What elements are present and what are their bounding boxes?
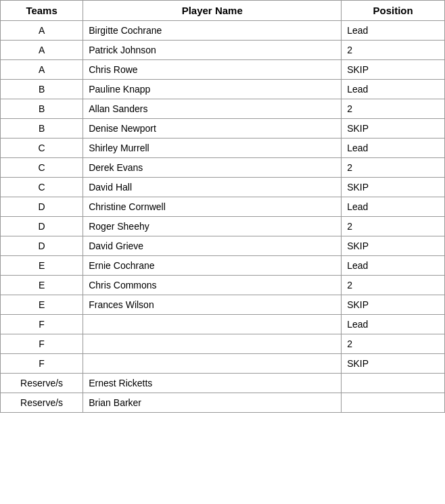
team-cell: E bbox=[1, 256, 83, 276]
table-row: Reserve/sErnest Ricketts bbox=[1, 374, 445, 393]
position-cell: SKIP bbox=[342, 178, 445, 197]
player-cell bbox=[83, 315, 342, 334]
table-row: EChris Commons2 bbox=[1, 276, 445, 295]
team-cell: A bbox=[1, 41, 83, 60]
position-cell: SKIP bbox=[342, 236, 445, 256]
team-cell: B bbox=[1, 99, 83, 119]
player-cell: Ernest Ricketts bbox=[83, 374, 342, 393]
player-cell: Derek Evans bbox=[83, 158, 342, 178]
team-cell: A bbox=[1, 21, 83, 41]
player-cell: Frances Wilson bbox=[83, 295, 342, 315]
team-cell: B bbox=[1, 80, 83, 99]
position-cell: SKIP bbox=[342, 354, 445, 374]
table-row: APatrick Johnson2 bbox=[1, 41, 445, 60]
table-row: EFrances WilsonSKIP bbox=[1, 295, 445, 315]
table-row: DRoger Sheehy2 bbox=[1, 217, 445, 236]
position-cell: SKIP bbox=[342, 119, 445, 138]
position-cell: SKIP bbox=[342, 60, 445, 80]
table-row: BDenise NewportSKIP bbox=[1, 119, 445, 138]
team-cell: E bbox=[1, 276, 83, 295]
header-row: Teams Player Name Position bbox=[1, 1, 445, 21]
player-cell: Ernie Cochrane bbox=[83, 256, 342, 276]
table-row: FLead bbox=[1, 315, 445, 334]
position-cell bbox=[342, 374, 445, 393]
team-cell: D bbox=[1, 236, 83, 256]
player-cell: Chris Commons bbox=[83, 276, 342, 295]
table-row: Reserve/sBrian Barker bbox=[1, 393, 445, 413]
team-cell: D bbox=[1, 217, 83, 236]
teams-header: Teams bbox=[1, 1, 83, 21]
player-cell: Brian Barker bbox=[83, 393, 342, 413]
position-cell: 2 bbox=[342, 99, 445, 119]
player-cell: David Grieve bbox=[83, 236, 342, 256]
team-cell: Reserve/s bbox=[1, 374, 83, 393]
team-cell: D bbox=[1, 197, 83, 217]
player-cell: Pauline Knapp bbox=[83, 80, 342, 99]
table-row: EErnie CochraneLead bbox=[1, 256, 445, 276]
table-row: CShirley MurrellLead bbox=[1, 138, 445, 158]
position-cell: SKIP bbox=[342, 295, 445, 315]
player-cell: Patrick Johnson bbox=[83, 41, 342, 60]
player-cell: Christine Cornwell bbox=[83, 197, 342, 217]
position-header: Position bbox=[342, 1, 445, 21]
table-row: ABirgitte CochraneLead bbox=[1, 21, 445, 41]
table-row: CDerek Evans2 bbox=[1, 158, 445, 178]
player-cell: Roger Sheehy bbox=[83, 217, 342, 236]
team-cell: F bbox=[1, 354, 83, 374]
player-cell: David Hall bbox=[83, 178, 342, 197]
position-cell: Lead bbox=[342, 315, 445, 334]
position-cell: Lead bbox=[342, 21, 445, 41]
team-cell: C bbox=[1, 158, 83, 178]
table-row: DDavid GrieveSKIP bbox=[1, 236, 445, 256]
table-row: BAllan Sanders2 bbox=[1, 99, 445, 119]
position-cell bbox=[342, 393, 445, 413]
table-row: F2 bbox=[1, 334, 445, 354]
table-row: AChris RoweSKIP bbox=[1, 60, 445, 80]
player-cell: Chris Rowe bbox=[83, 60, 342, 80]
player-name-header: Player Name bbox=[83, 1, 342, 21]
position-cell: 2 bbox=[342, 276, 445, 295]
position-cell: 2 bbox=[342, 334, 445, 354]
team-cell: A bbox=[1, 60, 83, 80]
player-cell: Denise Newport bbox=[83, 119, 342, 138]
position-cell: 2 bbox=[342, 158, 445, 178]
player-cell: Shirley Murrell bbox=[83, 138, 342, 158]
table-row: BPauline KnappLead bbox=[1, 80, 445, 99]
position-cell: Lead bbox=[342, 197, 445, 217]
position-cell: Lead bbox=[342, 138, 445, 158]
player-cell: Allan Sanders bbox=[83, 99, 342, 119]
position-cell: 2 bbox=[342, 217, 445, 236]
team-cell: Reserve/s bbox=[1, 393, 83, 413]
table-row: CDavid HallSKIP bbox=[1, 178, 445, 197]
team-cell: F bbox=[1, 315, 83, 334]
table-row: FSKIP bbox=[1, 354, 445, 374]
team-cell: B bbox=[1, 119, 83, 138]
team-cell: E bbox=[1, 295, 83, 315]
player-cell: Birgitte Cochrane bbox=[83, 21, 342, 41]
team-cell: C bbox=[1, 138, 83, 158]
team-cell: C bbox=[1, 178, 83, 197]
main-container: Teams Player Name Position ABirgitte Coc… bbox=[0, 0, 445, 413]
player-cell bbox=[83, 354, 342, 374]
roster-table: Teams Player Name Position ABirgitte Coc… bbox=[0, 0, 445, 413]
table-row: DChristine CornwellLead bbox=[1, 197, 445, 217]
team-cell: F bbox=[1, 334, 83, 354]
position-cell: 2 bbox=[342, 41, 445, 60]
position-cell: Lead bbox=[342, 256, 445, 276]
player-cell bbox=[83, 334, 342, 354]
position-cell: Lead bbox=[342, 80, 445, 99]
